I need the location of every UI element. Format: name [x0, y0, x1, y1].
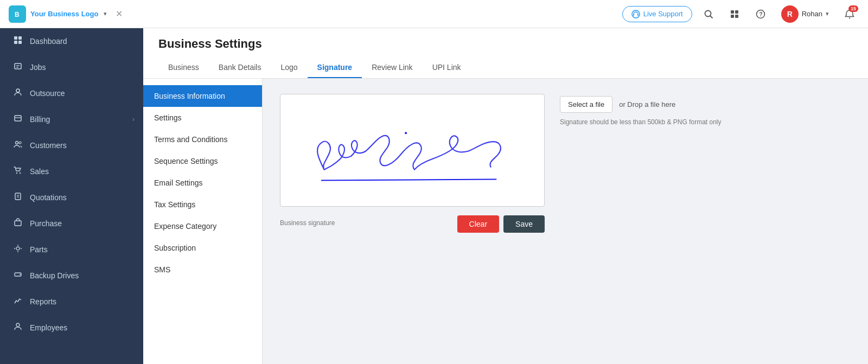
help-icon[interactable]: ? [751, 4, 770, 24]
live-support-button[interactable]: Live Support [622, 6, 692, 22]
signature-section: Business signature Clear Save Select a f… [280, 94, 851, 233]
svg-text:B: B [15, 11, 20, 18]
svg-rect-17 [18, 41, 22, 44]
main-content: Business Settings Business Bank Details … [143, 28, 868, 364]
svg-point-25 [19, 142, 21, 144]
svg-text:?: ? [759, 11, 762, 17]
sub-nav-sms[interactable]: SMS [143, 259, 262, 280]
billing-icon [12, 114, 23, 125]
reports-icon [12, 296, 23, 307]
avatar-chevron-icon: ▾ [826, 10, 829, 17]
save-button[interactable]: Save [503, 215, 545, 233]
sidebar-item-jobs[interactable]: Jobs [0, 54, 143, 80]
sidebar-item-reports[interactable]: Reports [0, 289, 143, 315]
svg-point-26 [16, 173, 17, 174]
svg-point-5 [705, 10, 711, 16]
sidebar-item-customers[interactable]: Customers [0, 132, 143, 158]
svg-rect-28 [15, 193, 21, 200]
purchase-icon [12, 218, 23, 229]
upload-row: Select a file or Drop a file here [560, 96, 722, 113]
sidebar-item-label: Reports [30, 297, 56, 306]
signature-actions: Clear Save [457, 215, 545, 233]
page-title: Business Settings [158, 37, 853, 51]
sidebar-item-label: Employees [30, 323, 67, 332]
tab-bank-details[interactable]: Bank Details [209, 58, 271, 78]
svg-line-6 [710, 16, 712, 18]
sidebar-item-parts[interactable]: Parts [0, 237, 143, 263]
sidebar-item-employees[interactable]: Employees [0, 315, 143, 341]
sub-nav-business-information[interactable]: Business Information [143, 85, 262, 107]
notification-badge: 15 [848, 5, 858, 12]
sidebar: Dashboard Jobs Outsource Billing › Cus [0, 28, 143, 364]
signature-canvas[interactable] [280, 94, 545, 207]
topnav: B Your Business Logo ▾ ✕ Live Support ? … [0, 0, 868, 28]
select-file-button[interactable]: Select a file [560, 96, 612, 113]
sidebar-item-label: Dashboard [30, 37, 67, 46]
svg-point-24 [16, 142, 18, 144]
tab-review-link[interactable]: Review Link [362, 58, 422, 78]
avatar-button[interactable]: R Rohan ▾ [777, 3, 833, 25]
sub-nav-settings[interactable]: Settings [143, 107, 262, 129]
sidebar-item-backup-drives[interactable]: Backup Drives [0, 263, 143, 289]
sidebar-item-outsource[interactable]: Outsource [0, 80, 143, 106]
sidebar-item-dashboard[interactable]: Dashboard [0, 28, 143, 54]
svg-rect-31 [15, 221, 21, 226]
close-icon[interactable]: ✕ [116, 9, 123, 19]
jobs-icon [12, 62, 23, 73]
sub-nav-sequence-settings[interactable]: Sequence Settings [143, 150, 262, 172]
svg-rect-8 [735, 10, 738, 14]
employees-icon [12, 322, 23, 333]
drop-text: or Drop a file here [619, 100, 675, 108]
avatar-name: Rohan [802, 10, 822, 18]
svg-point-35 [16, 323, 20, 327]
sub-nav-subscription[interactable]: Subscription [143, 237, 262, 259]
tab-signature[interactable]: Signature [308, 58, 362, 78]
logo-text: Your Business Logo [30, 10, 98, 18]
sales-icon [12, 166, 23, 177]
content-area: Business signature Clear Save Select a f… [263, 79, 868, 364]
svg-point-27 [20, 173, 21, 174]
sub-nav-email-settings[interactable]: Email Settings [143, 172, 262, 194]
dashboard-icon [12, 36, 23, 47]
sidebar-item-label: Quotations [30, 193, 67, 202]
avatar: R [781, 5, 799, 23]
backup-drives-icon [12, 270, 23, 281]
svg-point-21 [16, 89, 20, 92]
sub-nav-terms-conditions[interactable]: Terms and Conditions [143, 129, 262, 150]
clear-button[interactable]: Clear [457, 215, 499, 233]
svg-point-2 [632, 10, 640, 18]
logo-area[interactable]: B Your Business Logo ▾ [9, 5, 107, 23]
tab-business[interactable]: Business [158, 58, 209, 78]
svg-rect-4 [637, 14, 639, 16]
sub-nav-expense-category[interactable]: Expense Category [143, 215, 262, 237]
grid-icon[interactable] [725, 4, 744, 24]
sidebar-item-purchase[interactable]: Purchase [0, 210, 143, 237]
sidebar-item-sales[interactable]: Sales [0, 158, 143, 184]
signature-label: Business signature [280, 219, 335, 227]
sidebar-item-quotations[interactable]: Quotations [0, 184, 143, 210]
tab-logo[interactable]: Logo [271, 58, 307, 78]
customers-icon [12, 140, 23, 151]
svg-rect-14 [14, 36, 17, 40]
outsource-icon [12, 88, 23, 99]
svg-point-34 [20, 274, 21, 275]
svg-rect-15 [18, 36, 22, 40]
search-icon[interactable] [699, 4, 718, 24]
notifications-button[interactable]: 15 [840, 4, 859, 24]
layout: Dashboard Jobs Outsource Billing › Cus [0, 28, 868, 364]
upload-hint: Signature should be less than 500kb & PN… [560, 118, 722, 126]
svg-line-36 [322, 179, 496, 180]
sidebar-item-billing[interactable]: Billing › [0, 106, 143, 132]
tab-upi-link[interactable]: UPI Link [423, 58, 471, 78]
sidebar-item-label: Purchase [30, 219, 62, 228]
chevron-right-icon: › [132, 116, 135, 123]
sub-nav: Business Information Settings Terms and … [143, 79, 263, 364]
sub-nav-tax-settings[interactable]: Tax Settings [143, 194, 262, 215]
tab-bar: Business Bank Details Logo Signature Rev… [158, 58, 853, 78]
svg-rect-3 [633, 14, 634, 16]
sidebar-item-label: Backup Drives [30, 271, 79, 280]
logo-icon: B [9, 5, 26, 23]
sidebar-item-label: Customers [30, 141, 67, 150]
parts-icon [12, 244, 23, 255]
sidebar-item-label: Sales [30, 167, 49, 176]
